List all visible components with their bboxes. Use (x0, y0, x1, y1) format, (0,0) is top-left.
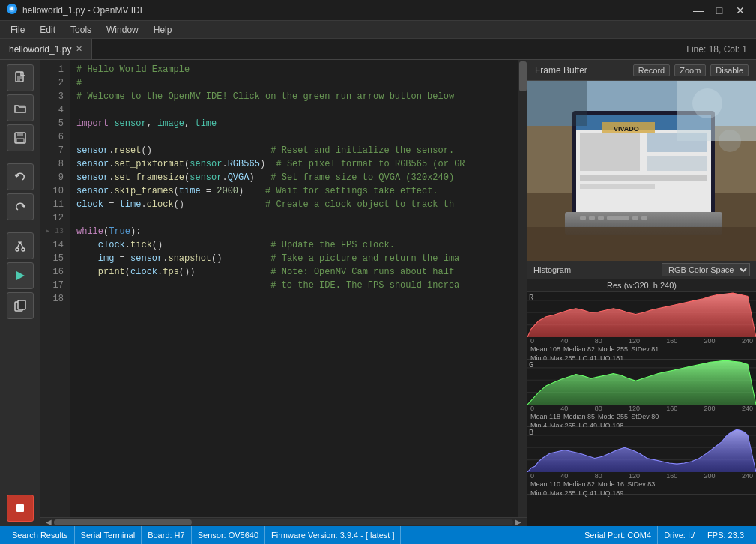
svg-point-43 (692, 88, 722, 118)
svg-point-2 (10, 7, 13, 10)
title-bar: helloworld_1.py - OpenMV IDE — □ ✕ (0, 0, 756, 21)
svg-rect-40 (527, 227, 756, 261)
histogram-label: Histogram (533, 265, 571, 274)
status-bar-right: Serial Port: COM4 Drive: I:/ FPS: 23.3 (578, 526, 750, 544)
copy-button[interactable] (7, 292, 34, 319)
histogram-r-graph (527, 292, 756, 337)
color-space-dropdown[interactable]: RGB Color Space Grayscale LAB Color Spac… (662, 263, 750, 276)
svg-point-10 (16, 248, 19, 251)
scrollbar-thumb[interactable] (519, 61, 527, 91)
search-results-tab[interactable]: Search Results (6, 526, 75, 544)
svg-rect-38 (632, 216, 638, 220)
channel-b-label: B (529, 429, 533, 437)
svg-rect-32 (580, 184, 655, 189)
frame-controls: Record Zoom Disable (633, 64, 749, 76)
histogram-resolution: Res (w:320, h:240) (527, 279, 756, 292)
disable-button[interactable]: Disable (710, 64, 749, 76)
menu-help[interactable]: Help (146, 23, 180, 37)
maximize-button[interactable]: □ (710, 3, 729, 18)
svg-text:VIVADO: VIVADO (614, 125, 639, 133)
menu-file[interactable]: File (3, 23, 32, 37)
r-axis: 04080120160200240 (527, 337, 756, 345)
close-button[interactable]: ✕ (731, 3, 750, 18)
svg-rect-8 (17, 133, 23, 136)
svg-rect-35 (589, 216, 595, 220)
open-file-button[interactable] (7, 94, 34, 121)
svg-point-44 (719, 130, 741, 152)
editor-area[interactable]: 1 2 3 4 5 6 7 8 9 10 11 12 ▸ 13 14 15 16… (40, 60, 527, 526)
title-text: helloworld_1.py - OpenMV IDE (22, 5, 146, 16)
status-bar-left: Search Results Serial Terminal Board: H7… (6, 526, 578, 544)
svg-rect-28 (580, 133, 640, 171)
line-numbers: 1 2 3 4 5 6 7 8 9 10 11 12 ▸ 13 14 15 16… (40, 60, 70, 517)
sensor-info: Sensor: OV5640 (192, 526, 265, 544)
histogram-channel-b: B 04080120160200240 (527, 427, 756, 495)
svg-rect-39 (641, 216, 647, 220)
channel-r-label: R (529, 294, 533, 302)
save-file-button[interactable] (7, 124, 34, 151)
zoom-button[interactable]: Zoom (674, 64, 706, 76)
editor-tab[interactable]: helloworld_1.py ✕ (0, 39, 92, 59)
histogram-channel-g: G 04080120160200240 (527, 360, 756, 427)
firmware-info: Firmware Version: 3.9.4 - [ latest ] (265, 526, 401, 544)
tab-close-button[interactable]: ✕ (76, 44, 82, 54)
tab-filename: helloworld_1.py (9, 44, 71, 55)
camera-frame-svg: VIVADO (527, 81, 756, 261)
scroll-track[interactable] (54, 519, 513, 525)
b-stats2: Min 0 Max 255 LQ 41 UQ 189 (527, 489, 756, 498)
svg-line-12 (17, 242, 20, 248)
svg-line-13 (20, 242, 23, 248)
svg-rect-37 (607, 216, 629, 220)
run-button[interactable] (7, 262, 34, 289)
b-stats: Mean 110 Median 82 Mode 16 StDev 83 (527, 480, 756, 489)
main-area: 1 2 3 4 5 6 7 8 9 10 11 12 ▸ 13 14 15 16… (0, 60, 756, 526)
b-axis: 04080120160200240 (527, 472, 756, 480)
svg-point-11 (22, 248, 25, 251)
status-bar: Search Results Serial Terminal Board: H7… (0, 526, 756, 544)
svg-rect-17 (18, 300, 25, 309)
histogram-section: Histogram RGB Color Space Grayscale LAB … (527, 261, 756, 526)
right-panel: Frame Buffer Record Zoom Disable (527, 60, 756, 526)
code-view[interactable]: # Hello World Example # # Welcome to the… (70, 60, 518, 517)
undo-button[interactable] (7, 163, 34, 190)
svg-marker-15 (16, 271, 25, 280)
stop-button[interactable] (7, 495, 34, 522)
channel-g-label: G (529, 361, 533, 369)
scroll-thumb[interactable] (54, 519, 192, 525)
scroll-right-arrow[interactable]: ▶ (513, 518, 524, 526)
app-icon (6, 3, 18, 17)
drive-info: Drive: I:/ (657, 526, 701, 544)
tab-bar: helloworld_1.py ✕ Line: 18, Col: 1 (0, 39, 756, 60)
histogram-g-graph (527, 360, 756, 405)
svg-rect-31 (580, 175, 707, 181)
svg-rect-36 (598, 216, 604, 220)
svg-rect-42 (527, 81, 587, 126)
serial-terminal-tab[interactable]: Serial Terminal (75, 526, 142, 544)
svg-rect-9 (16, 139, 24, 142)
svg-rect-34 (580, 216, 586, 220)
new-file-button[interactable] (7, 64, 34, 91)
board-info: Board: H7 (142, 526, 192, 544)
redo-button[interactable] (7, 193, 34, 220)
cut-button[interactable] (7, 232, 34, 259)
vertical-scrollbar[interactable] (518, 60, 527, 517)
g-axis: 04080120160200240 (527, 405, 756, 412)
horizontal-scrollbar[interactable]: ◀ ▶ (40, 517, 527, 526)
svg-rect-30 (647, 156, 707, 171)
left-toolbar (0, 60, 40, 526)
serial-port-info: Serial Port: COM4 (578, 526, 657, 544)
title-bar-left: helloworld_1.py - OpenMV IDE (6, 3, 146, 17)
histogram-header: Histogram RGB Color Space Grayscale LAB … (527, 261, 756, 279)
record-button[interactable]: Record (633, 64, 670, 76)
menu-window[interactable]: Window (99, 23, 146, 37)
g-stats: Mean 118 Median 85 Mode 255 StDev 80 (527, 412, 756, 421)
scroll-left-arrow[interactable]: ◀ (43, 518, 54, 526)
minimize-button[interactable]: — (689, 3, 708, 18)
line-col-indicator: Line: 18, Col: 1 (686, 44, 756, 55)
menu-edit[interactable]: Edit (32, 23, 63, 37)
frame-image: VIVADO (527, 81, 756, 261)
title-bar-controls: — □ ✕ (689, 3, 750, 18)
menu-bar: File Edit Tools Window Help (0, 21, 756, 39)
menu-tools[interactable]: Tools (63, 23, 99, 37)
histogram-channel-r: R 040801 (527, 292, 756, 360)
